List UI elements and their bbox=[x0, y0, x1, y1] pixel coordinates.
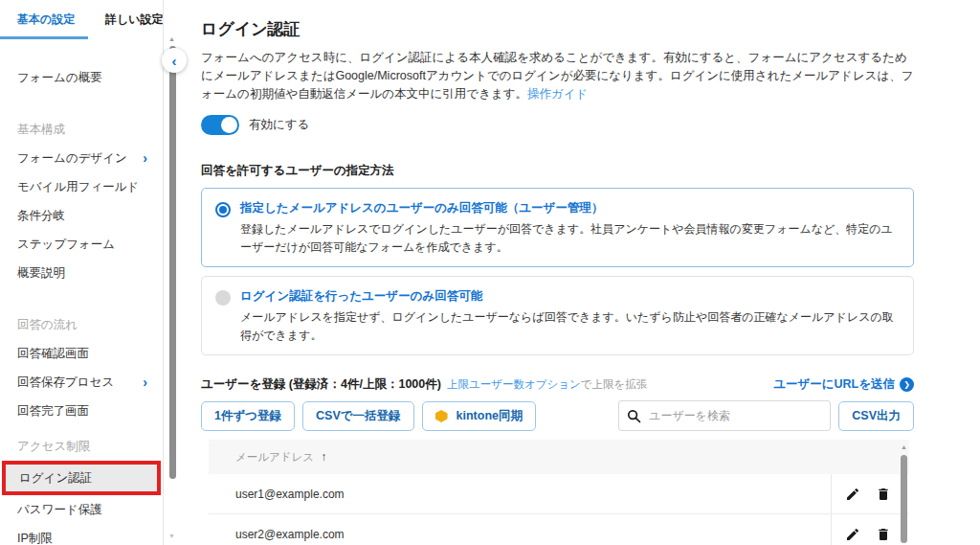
scroll-up-arrow-icon[interactable]: ▲ bbox=[901, 443, 907, 450]
limit-suffix-text: で上限を拡張 bbox=[581, 377, 648, 392]
row-actions bbox=[840, 474, 896, 513]
kintone-logo-icon bbox=[435, 410, 448, 422]
pencil-icon bbox=[845, 487, 860, 502]
column-divider bbox=[831, 514, 832, 545]
search-icon bbox=[627, 409, 641, 423]
sidebar: 基本の設定 詳しい設定 フォームの概要 基本構成 フォームのデザイン › モバイ… bbox=[0, 0, 163, 545]
delete-button[interactable] bbox=[871, 522, 896, 545]
trash-icon bbox=[876, 527, 891, 542]
option-title: ログイン認証を行ったユーザーのみ回答可能 bbox=[240, 287, 898, 305]
option-title: 指定したメールアドレスのユーザーのみ回答可能（ユーザー管理） bbox=[240, 199, 898, 216]
user-toolbar: 1件ずつ登録 CSVで一括登録 kintone同期 CSV出力 bbox=[201, 400, 914, 431]
option-card-specified-email-users[interactable]: 指定したメールアドレスのユーザーのみ回答可能（ユーザー管理） 登録したメールアド… bbox=[201, 188, 914, 267]
user-search-input[interactable] bbox=[649, 409, 822, 422]
scroll-up-arrow-icon[interactable]: ▲ bbox=[168, 35, 175, 42]
enable-toggle-row: 有効にする bbox=[201, 115, 914, 135]
sidebar-item-form-design[interactable]: フォームのデザイン › bbox=[0, 144, 163, 172]
main-content: ログイン認証 フォームへのアクセス時に、ログイン認証による本人確認を求めることが… bbox=[201, 0, 914, 545]
radio-unselected-icon[interactable] bbox=[215, 290, 231, 306]
kintone-sync-button[interactable]: kintone同期 bbox=[422, 401, 536, 431]
form-settings-page: 基本の設定 詳しい設定 フォームの概要 基本構成 フォームのデザイン › モバイ… bbox=[0, 0, 980, 545]
sidebar-item-response-save-process[interactable]: 回答保存プロセス › bbox=[0, 368, 163, 397]
trash-icon bbox=[876, 487, 891, 502]
toggle-label: 有効にする bbox=[249, 117, 309, 133]
operation-guide-link[interactable]: 操作ガイド bbox=[527, 87, 588, 101]
sidebar-item-password-protection[interactable]: パスワード保護 bbox=[0, 495, 163, 524]
chevron-right-icon: › bbox=[143, 375, 147, 389]
table-scrollbar-thumb[interactable] bbox=[901, 455, 907, 543]
sidebar-item-login-auth[interactable]: ログイン認証 bbox=[2, 461, 161, 495]
toggle-knob bbox=[221, 117, 237, 133]
sidebar-section-label: 基本構成 bbox=[17, 122, 65, 138]
sidebar-collapse-button[interactable]: ‹ bbox=[162, 48, 187, 73]
sidebar-section-label: アクセス制限 bbox=[17, 439, 90, 455]
button-label: 1件ずつ登録 bbox=[214, 408, 281, 424]
send-url-link[interactable]: ユーザーにURLを送信 ❯ bbox=[773, 376, 914, 393]
table-row: user2@example.com bbox=[209, 514, 909, 545]
active-tab-underline bbox=[0, 36, 88, 39]
csv-export-button[interactable]: CSV出力 bbox=[838, 401, 914, 431]
sidebar-item-label: IP制限 bbox=[17, 531, 53, 545]
option-description: メールアドレスを指定せず、ログインしたユーザーならば回答できます。いたずら防止や… bbox=[240, 308, 898, 344]
sidebar-item-response-complete-screen[interactable]: 回答完了画面 bbox=[0, 397, 163, 425]
sidebar-item-label: 回答完了画面 bbox=[17, 403, 89, 420]
sort-ascending-icon: ↑ bbox=[321, 450, 326, 464]
sidebar-nav: フォームの概要 基本構成 フォームのデザイン › モバイル用フィールド 条件分岐… bbox=[0, 54, 163, 545]
register-count-label: ユーザーを登録 (登録済：4件/上限：1000件) bbox=[201, 376, 441, 393]
sidebar-item-step-form[interactable]: ステップフォーム bbox=[0, 230, 163, 259]
button-label: CSV出力 bbox=[852, 408, 901, 424]
sidebar-item-ip-restriction[interactable]: IP制限 bbox=[0, 524, 163, 545]
sidebar-scrollbar-thumb[interactable] bbox=[169, 46, 176, 479]
send-url-label: ユーザーにURLを送信 bbox=[773, 376, 895, 393]
row-actions bbox=[840, 514, 896, 545]
sidebar-item-label: 概要説明 bbox=[17, 265, 65, 282]
table-header-email[interactable]: メールアドレス ↑ bbox=[209, 440, 909, 474]
sidebar-item-label: パスワード保護 bbox=[17, 502, 102, 518]
button-label: CSVで一括登録 bbox=[316, 408, 401, 424]
email-cell: user1@example.com bbox=[235, 488, 345, 501]
tab-basic-settings[interactable]: 基本の設定 bbox=[17, 11, 75, 28]
chevron-right-circle-icon: ❯ bbox=[900, 377, 914, 392]
register-one-button[interactable]: 1件ずつ登録 bbox=[201, 401, 295, 431]
button-label: kintone同期 bbox=[457, 408, 523, 424]
sidebar-item-label: モバイル用フィールド bbox=[17, 179, 139, 195]
edit-button[interactable] bbox=[840, 522, 865, 545]
enable-toggle[interactable] bbox=[201, 115, 239, 135]
sidebar-item-form-overview[interactable]: フォームの概要 bbox=[0, 63, 163, 92]
sidebar-item-mobile-fields[interactable]: モバイル用フィールド bbox=[0, 172, 163, 201]
user-register-row: ユーザーを登録 (登録済：4件/上限：1000件) 上限ユーザー数オプション で… bbox=[201, 376, 914, 393]
user-table: メールアドレス ↑ user1@example.com bbox=[209, 440, 909, 545]
sidebar-item-label: 回答保存プロセス bbox=[17, 375, 114, 391]
page-title: ログイン認証 bbox=[201, 18, 914, 40]
delete-button[interactable] bbox=[871, 482, 896, 507]
sidebar-item-response-confirm-screen[interactable]: 回答確認画面 bbox=[0, 339, 163, 368]
table-row: user1@example.com bbox=[209, 474, 909, 514]
scroll-down-arrow-icon[interactable]: ▼ bbox=[168, 533, 175, 539]
chevron-right-icon: › bbox=[143, 151, 147, 165]
chevron-left-icon: ‹ bbox=[172, 53, 177, 69]
sidebar-item-label: 条件分岐 bbox=[17, 208, 65, 224]
sidebar-section-label: 回答の流れ bbox=[17, 317, 78, 333]
sidebar-item-conditional-branch[interactable]: 条件分岐 bbox=[0, 201, 163, 230]
pencil-icon bbox=[845, 527, 860, 542]
csv-bulk-register-button[interactable]: CSVで一括登録 bbox=[302, 401, 414, 431]
sidebar-divider bbox=[163, 0, 164, 545]
sidebar-item-label: ログイン認証 bbox=[19, 470, 92, 487]
sidebar-section-basic-structure: 基本構成 bbox=[0, 115, 163, 144]
sidebar-section-response-flow: 回答の流れ bbox=[0, 310, 163, 339]
sidebar-section-access-restriction: アクセス制限 bbox=[0, 432, 163, 461]
column-divider bbox=[831, 474, 832, 513]
sidebar-item-label: フォームのデザイン bbox=[17, 150, 127, 167]
tab-detailed-settings[interactable]: 詳しい設定 bbox=[105, 11, 164, 28]
radio-selected-icon[interactable] bbox=[215, 202, 231, 217]
option-card-any-authenticated-user[interactable]: ログイン認証を行ったユーザーのみ回答可能 メールアドレスを指定せず、ログインした… bbox=[201, 276, 914, 355]
user-search-box[interactable] bbox=[618, 400, 831, 431]
sidebar-item-label: フォームの概要 bbox=[17, 70, 102, 86]
column-header-label: メールアドレス bbox=[235, 450, 314, 465]
sidebar-item-overview-description[interactable]: 概要説明 bbox=[0, 259, 163, 287]
email-cell: user2@example.com bbox=[235, 528, 345, 541]
user-specification-section-title: 回答を許可するユーザーの指定方法 bbox=[201, 163, 914, 179]
edit-button[interactable] bbox=[840, 482, 865, 507]
limit-option-link[interactable]: 上限ユーザー数オプション bbox=[447, 377, 581, 392]
option-description: 登録したメールアドレスでログインしたユーザーが回答できます。社員アンケートや会員… bbox=[240, 220, 898, 256]
